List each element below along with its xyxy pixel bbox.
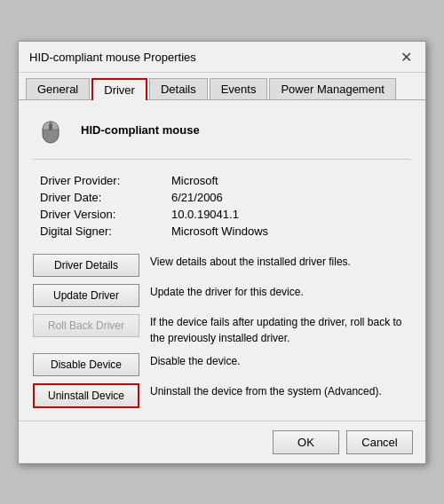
content-area: HID-compliant mouse Driver Provider: Mic… xyxy=(19,100,425,421)
tab-power-management[interactable]: Power Management xyxy=(269,78,395,99)
tab-details[interactable]: Details xyxy=(149,78,208,99)
mouse-icon-svg xyxy=(34,116,67,145)
prop-label-0: Driver Provider: xyxy=(40,174,164,187)
cancel-button[interactable]: Cancel xyxy=(346,430,413,454)
uninstall-device-button[interactable]: Uninstall Device xyxy=(33,383,139,408)
action-row-4: Uninstall Device Uninstall the device fr… xyxy=(33,383,411,408)
tab-bar: General Driver Details Events Power Mana… xyxy=(19,73,425,100)
action-desc-2: If the device fails after updating the d… xyxy=(150,314,411,346)
device-name: HID-compliant mouse xyxy=(81,123,200,137)
tab-events[interactable]: Events xyxy=(210,78,268,99)
dialog-window: HID-compliant mouse Properties ✕ General… xyxy=(18,41,426,464)
prop-label-2: Driver Version: xyxy=(40,208,164,221)
update-driver-button[interactable]: Update Driver xyxy=(33,284,139,307)
action-row-2: Roll Back Driver If the device fails aft… xyxy=(33,314,411,346)
title-bar: HID-compliant mouse Properties ✕ xyxy=(19,42,425,73)
ok-button[interactable]: OK xyxy=(273,430,339,454)
window-title: HID-compliant mouse Properties xyxy=(29,51,196,64)
prop-value-3: Microsoft Windows xyxy=(171,224,411,238)
action-desc-1: Update the driver for this device. xyxy=(150,284,411,300)
device-icon xyxy=(33,113,68,148)
prop-value-1: 6/21/2006 xyxy=(171,191,411,204)
prop-value-0: Microsoft xyxy=(171,174,411,187)
disable-device-button[interactable]: Disable Device xyxy=(33,353,139,376)
prop-value-2: 10.0.19041.1 xyxy=(171,208,411,221)
properties-grid: Driver Provider: Microsoft Driver Date: … xyxy=(33,174,411,238)
device-header: HID-compliant mouse xyxy=(33,113,411,160)
actions-section: Driver Details View details about the in… xyxy=(33,254,411,408)
dialog-footer: OK Cancel xyxy=(19,421,425,463)
driver-details-button[interactable]: Driver Details xyxy=(33,254,139,277)
roll-back-driver-button[interactable]: Roll Back Driver xyxy=(33,314,139,337)
action-desc-4: Uninstall the device from the system (Ad… xyxy=(150,383,411,399)
tab-driver[interactable]: Driver xyxy=(91,78,147,100)
prop-label-1: Driver Date: xyxy=(40,191,164,204)
action-row-1: Update Driver Update the driver for this… xyxy=(33,284,411,307)
action-row-0: Driver Details View details about the in… xyxy=(33,254,411,277)
tab-general[interactable]: General xyxy=(26,78,90,99)
close-button[interactable]: ✕ xyxy=(397,49,415,67)
action-row-3: Disable Device Disable the device. xyxy=(33,353,411,376)
action-desc-0: View details about the installed driver … xyxy=(150,254,411,270)
prop-label-3: Digital Signer: xyxy=(40,224,164,238)
action-desc-3: Disable the device. xyxy=(150,353,411,369)
